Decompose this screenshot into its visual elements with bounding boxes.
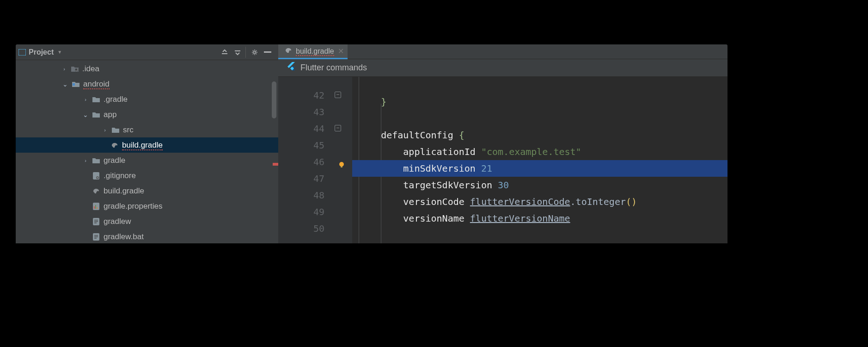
- svg-rect-13: [95, 205, 96, 209]
- code-line[interactable]: defaultConfig {: [359, 127, 727, 143]
- tree-node-gradlew[interactable]: gradlew: [16, 214, 278, 229]
- svg-rect-28: [341, 166, 342, 167]
- text-file-icon: [92, 233, 101, 241]
- folder-icon: [70, 65, 79, 73]
- project-title: Project: [29, 48, 54, 56]
- expander-icon[interactable]: [82, 96, 89, 103]
- fold-icon[interactable]: −: [335, 92, 341, 98]
- expander-icon[interactable]: [62, 81, 68, 87]
- svg-rect-18: [94, 223, 97, 223]
- flutter-icon: [287, 62, 296, 74]
- editor-tab-build-gradle[interactable]: build.gradle ✕: [278, 44, 348, 59]
- tree-node-build-gradle-app[interactable]: build.gradle: [16, 137, 278, 153]
- tree-node-src[interactable]: src: [16, 122, 278, 137]
- svg-rect-21: [94, 236, 98, 237]
- tree-node-idea[interactable]: .idea: [16, 61, 278, 76]
- hide-panel-icon[interactable]: [262, 46, 274, 58]
- tree-node-gradle-properties[interactable]: gradle.properties: [16, 198, 278, 214]
- gutter-line[interactable]: 48: [278, 187, 352, 204]
- project-dropdown-icon[interactable]: ▼: [57, 50, 62, 55]
- svg-rect-20: [94, 235, 98, 236]
- gutter-line[interactable]: 42−: [278, 87, 352, 104]
- gutter-line[interactable]: 49: [278, 204, 352, 220]
- file-label: build.gradle: [122, 141, 163, 150]
- fold-icon[interactable]: −: [335, 125, 341, 131]
- ide-window: Project ▼ .idea: [16, 44, 727, 243]
- tree-node-build-gradle-android[interactable]: build.gradle: [16, 183, 278, 198]
- tab-label: build.gradle: [296, 47, 334, 56]
- svg-rect-3: [235, 50, 240, 51]
- collapse-all-icon[interactable]: [232, 46, 244, 58]
- svg-rect-16: [94, 220, 98, 221]
- code-line[interactable]: [359, 227, 727, 243]
- gutter-line[interactable]: 47: [278, 170, 352, 187]
- svg-rect-14: [97, 207, 98, 209]
- folder-icon: [92, 156, 101, 165]
- svg-rect-17: [94, 221, 98, 222]
- expander-icon[interactable]: [102, 127, 108, 133]
- gutter-line[interactable]: 45: [278, 137, 352, 154]
- svg-point-27: [339, 162, 344, 167]
- code-line[interactable]: }: [359, 93, 727, 110]
- svg-rect-1: [19, 50, 25, 55]
- folder-icon: [111, 126, 120, 134]
- svg-rect-2: [222, 53, 227, 54]
- svg-rect-5: [264, 51, 271, 53]
- error-marker: [273, 163, 278, 166]
- expander-icon[interactable]: [82, 112, 89, 118]
- code-editor[interactable]: 42− 43 44− 45 46 47 48 49 50 } defaultCo…: [278, 77, 727, 243]
- flutter-commands-banner[interactable]: Flutter commands: [278, 59, 727, 77]
- tree-node-gitignore[interactable]: .gitignore: [16, 168, 278, 183]
- tree-node-gradle-hidden[interactable]: .gradle: [16, 92, 278, 107]
- close-icon[interactable]: ✕: [338, 47, 344, 56]
- gradle-file-icon: [285, 47, 292, 56]
- code-line-highlighted[interactable]: minSdkVersion 21: [352, 160, 727, 177]
- gutter-line[interactable]: 43: [278, 104, 352, 120]
- svg-point-4: [254, 51, 256, 53]
- intention-bulb-icon[interactable]: [336, 157, 346, 167]
- sidebar-scrollbar[interactable]: [272, 81, 276, 118]
- gradle-file-icon: [110, 141, 119, 149]
- code-line[interactable]: applicationId "com.example.test": [359, 143, 727, 160]
- settings-icon[interactable]: [249, 46, 261, 58]
- code-line[interactable]: targetSdkVersion 30: [359, 177, 727, 193]
- folder-icon: [92, 95, 101, 104]
- project-icon: [18, 49, 26, 56]
- gutter-line[interactable]: 46: [278, 154, 352, 170]
- code-line[interactable]: versionCode flutterVersionCode.toInteger…: [359, 193, 727, 210]
- project-panel-header[interactable]: Project ▼: [16, 44, 278, 60]
- code-line[interactable]: [359, 77, 727, 93]
- gutter-line[interactable]: 44−: [278, 120, 352, 137]
- svg-rect-22: [94, 238, 97, 239]
- tree-node-gradlew-bat[interactable]: gradlew.bat: [16, 229, 278, 243]
- code-line[interactable]: versionName flutterVersionName: [359, 210, 727, 227]
- svg-rect-12: [94, 206, 95, 209]
- code-line[interactable]: [359, 110, 727, 127]
- code-lines[interactable]: } defaultConfig { applicationId "com.exa…: [352, 77, 727, 243]
- expander-icon[interactable]: [82, 157, 89, 164]
- expand-all-icon[interactable]: [219, 46, 231, 58]
- project-sidebar: Project ▼ .idea: [16, 44, 278, 243]
- svg-rect-7: [73, 83, 75, 86]
- gradle-file-icon: [92, 187, 101, 195]
- folder-icon: [92, 111, 101, 119]
- tree-node-gradle-folder[interactable]: gradle: [16, 153, 278, 168]
- gutter-line[interactable]: 50: [278, 220, 352, 237]
- file-tree: .idea android .gradle app src: [16, 60, 278, 243]
- module-folder-icon: [71, 80, 80, 88]
- gutter-line: [278, 77, 352, 87]
- banner-label: Flutter commands: [300, 63, 367, 73]
- tree-node-android[interactable]: android: [16, 76, 278, 92]
- tree-node-app[interactable]: app: [16, 107, 278, 122]
- editor-tab-bar: build.gradle ✕: [278, 44, 727, 59]
- properties-file-icon: [92, 202, 101, 211]
- line-number-gutter: 42− 43 44− 45 46 47 48 49 50: [278, 77, 352, 243]
- expander-icon[interactable]: [61, 66, 67, 72]
- folder-label: android: [83, 80, 110, 89]
- text-file-icon: [92, 217, 101, 226]
- file-icon: [92, 172, 101, 180]
- editor-area: build.gradle ✕ Flutter commands 42− 43 4…: [278, 44, 727, 243]
